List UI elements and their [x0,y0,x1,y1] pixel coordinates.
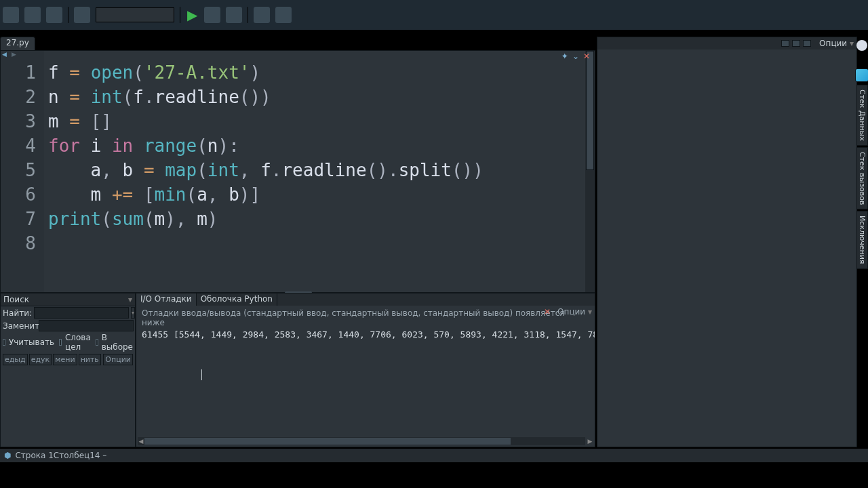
tab-nav: ◀ ▶ [2,50,18,58]
output-hscrollbar[interactable]: ◀ ▶ [138,437,585,445]
line-number: 8 [1,231,44,256]
line-number: 1 [1,60,44,85]
search-title: Поиск [3,295,29,304]
scroll-left-icon[interactable]: ◀ [138,437,144,445]
words-label: Слова цел [65,333,91,352]
right-dock-panel: Опции Стек Данных Стек вызовов Исключени… [597,37,857,447]
output-panel: I/O Отладки Оболочка Python ✕ Опции Отла… [136,293,595,447]
find-prev-button[interactable]: едыд [3,354,28,365]
scroll-right-icon[interactable]: ▶ [587,437,593,445]
case-label: Учитывать [9,338,54,347]
vtab-data-stack[interactable]: Стек Данных [856,85,868,146]
toolbar-combo[interactable] [96,7,174,22]
tab-python-shell[interactable]: Оболочка Python [197,293,277,306]
editor-vscrollbar[interactable] [585,51,595,292]
vtab-exceptions[interactable]: Исключения [856,211,868,268]
replace-button[interactable]: мени [53,354,77,365]
run-icon[interactable]: ▶ [187,7,197,23]
pin-icon[interactable]: ✦ [561,52,568,61]
tab-debug-io[interactable]: I/O Отладки [136,293,197,306]
toolbar-button[interactable] [74,7,90,23]
words-checkbox[interactable] [59,339,62,346]
code-line[interactable]: print(sum(m), m) [48,207,585,231]
line-number: 4 [1,134,44,158]
toolbar-button[interactable] [204,7,220,23]
search-panel: Поиск Найти: ▾ Заменить: ▾ Учитывать Сло… [0,293,136,447]
debug-icon[interactable]: ⬢ [4,451,11,460]
line-number: 7 [1,207,44,231]
close-icon[interactable]: ✕ [583,52,590,61]
dock-layout-icon[interactable] [781,40,789,47]
replace-input[interactable] [39,320,134,331]
code-line[interactable]: n = int(f.readline()) [48,85,585,109]
code-line[interactable]: for i in range(n): [48,134,585,158]
find-label: Найти: [3,308,32,318]
dock-layout-icon[interactable] [792,40,800,47]
code-line[interactable]: f = open('27-A.txt') [48,60,585,85]
code-editor[interactable]: 12345678 f = open('27-A.txt')n = int(f.r… [0,50,595,293]
output-line: 61455 [5544, 1449, 2984, 2583, 3467, 144… [136,329,595,341]
output-options-button[interactable]: Опции [557,307,592,317]
dock-layout-icon[interactable] [803,40,811,47]
code-line[interactable]: a, b = map(int, f.readline().split()) [48,158,585,182]
main-toolbar: ▶ [0,0,868,30]
toolbar-button[interactable] [46,7,62,23]
tab-prev-icon[interactable]: ◀ [2,50,9,58]
toolbar-button[interactable] [275,7,292,23]
code-area[interactable]: f = open('27-A.txt')n = int(f.readline()… [44,51,585,292]
file-tab[interactable]: 27.py [0,37,35,50]
output-clear-icon[interactable]: ✕ [544,307,551,317]
case-checkbox[interactable] [3,339,5,346]
vtab-call-stack[interactable]: Стек вызовов [856,147,868,209]
toolbar-button[interactable] [226,7,242,23]
replace-label: Заменить: [3,321,37,331]
code-line[interactable]: m += [min(a, b)] [48,182,585,207]
status-text: Строка 1Столбец14 – [15,451,106,460]
toolbar-button[interactable] [254,7,270,23]
output-description: Отладки ввода/вывода (стандартный ввод, … [136,306,595,329]
code-line[interactable] [48,231,585,256]
line-gutter: 12345678 [1,51,44,292]
find-history-icon[interactable]: ▾ [131,307,135,319]
toolbar-button[interactable] [24,7,41,23]
line-number: 6 [1,182,44,207]
status-bar: ⬢ Строка 1Столбец14 – [0,449,868,462]
right-options-button[interactable]: Опции [819,39,854,48]
search-options-button[interactable]: Опции [103,354,133,365]
line-number: 5 [1,158,44,182]
line-number: 2 [1,85,44,109]
chevron-down-icon[interactable]: ⌄ [572,52,579,61]
insel-checkbox[interactable] [96,339,98,346]
search-title-dropdown-icon[interactable] [125,295,132,304]
code-line[interactable]: m = [] [48,109,585,134]
output-caret [201,369,202,380]
insel-label: В выборе [102,333,133,352]
find-input[interactable] [34,307,129,319]
line-number: 3 [1,109,44,134]
replace-all-button[interactable]: нить [79,354,101,365]
find-next-button[interactable]: едук [29,354,52,365]
tab-next-icon[interactable]: ▶ [12,50,18,58]
toolbar-button[interactable] [3,7,19,23]
